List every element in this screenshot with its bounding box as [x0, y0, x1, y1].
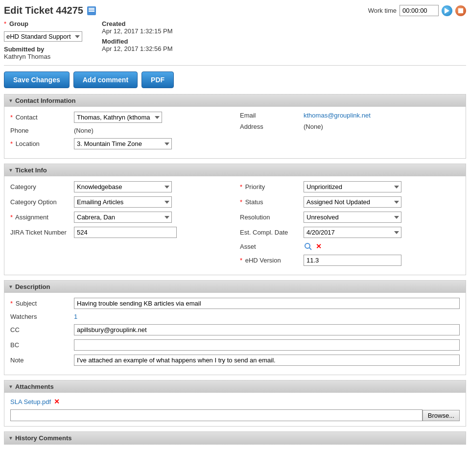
svg-point-2	[305, 243, 310, 248]
group-select-row: eHD Standard Support	[4, 31, 82, 42]
description-section-header[interactable]: Description	[4, 281, 466, 293]
description-section-title: Description	[15, 283, 50, 290]
category-option-label: Category Option	[10, 198, 74, 206]
ehd-version-input[interactable]	[304, 255, 401, 266]
meta-section: * Group eHD Standard Support Submitted b…	[4, 20, 466, 66]
add-comment-button[interactable]: Add comment	[73, 71, 138, 88]
pdf-button[interactable]: PDF	[141, 71, 174, 88]
ticket-info-col-right: * Priority Unprioritized * Status	[230, 181, 460, 270]
created-label: Created	[102, 20, 125, 27]
status-select[interactable]: Assigned Not Updated	[304, 196, 401, 208]
ticket-info-section-header[interactable]: Ticket Info	[4, 164, 466, 176]
magnifier-icon	[304, 242, 312, 250]
status-row: * Status Assigned Not Updated	[240, 196, 460, 208]
priority-label: * Priority	[240, 183, 304, 190]
contact-select[interactable]: Thomas, Kathryn (kthoma	[74, 112, 162, 123]
address-row: Address (None)	[240, 123, 460, 130]
description-section: Description * Subject Watchers 1 CC BC	[4, 280, 466, 375]
watchers-row: Watchers 1	[10, 313, 460, 320]
bc-input[interactable]	[74, 339, 460, 351]
category-select[interactable]: Knowledgebase	[74, 181, 172, 192]
contact-section-body: * Contact Thomas, Kathryn (kthoma Phone …	[4, 107, 466, 158]
attachment-link[interactable]: SLA Setup.pdf	[10, 398, 51, 405]
header-left: Edit Ticket 44275	[4, 5, 96, 16]
header-right: Work time	[368, 5, 466, 16]
group-required-star: *	[4, 20, 6, 27]
bc-label: BC	[10, 341, 74, 349]
submitted-by-value: Kathryn Thomas	[4, 53, 50, 60]
ehd-version-row: * eHD Version	[240, 255, 460, 266]
category-option-select[interactable]: Emailing Articles	[74, 196, 172, 208]
created-value: Apr 12, 2017 1:32:15 PM	[102, 27, 173, 35]
asset-row: Asset ✕	[240, 242, 460, 251]
category-label: Category	[10, 183, 74, 190]
group-label: Group	[9, 20, 28, 27]
work-time-label: Work time	[368, 7, 397, 14]
group-select[interactable]: eHD Standard Support	[4, 31, 82, 42]
meta-right: Created Apr 12, 2017 1:32:15 PM Modified…	[102, 20, 173, 60]
location-select[interactable]: 3. Mountain Time Zone	[74, 138, 172, 149]
email-label: Email	[240, 112, 304, 119]
attachments-section-title: Attachments	[15, 383, 54, 390]
contact-section-header[interactable]: Contact Information	[4, 95, 466, 107]
history-comments-section: History Comments	[4, 431, 466, 445]
modified-label: Modified	[102, 38, 128, 45]
location-row: * Location 3. Mountain Time Zone	[10, 138, 230, 149]
history-section-title: History Comments	[15, 434, 72, 442]
resolution-select[interactable]: Unresolved	[304, 212, 401, 223]
attachments-section-header[interactable]: Attachments	[4, 381, 466, 393]
assignment-row: * Assignment Cabrera, Dan	[10, 212, 230, 223]
play-button[interactable]	[442, 5, 452, 16]
ehd-version-label: * eHD Version	[240, 257, 304, 264]
stop-button[interactable]	[455, 5, 466, 16]
ticket-info-section: Ticket Info Category Knowledgebase Categ…	[4, 164, 466, 275]
cc-input[interactable]	[74, 324, 460, 335]
ticket-info-two-col: Category Knowledgebase Category Option E…	[10, 181, 460, 270]
est-compl-date-label: Est. Compl. Date	[240, 229, 304, 236]
asset-delete-icon[interactable]: ✕	[314, 242, 323, 251]
browse-row: Browse...	[10, 409, 460, 421]
cc-row: CC	[10, 324, 460, 335]
asset-search-icon[interactable]	[304, 242, 312, 251]
contact-form-two-col: * Contact Thomas, Kathryn (kthoma Phone …	[10, 112, 460, 153]
history-section-header[interactable]: History Comments	[4, 432, 466, 444]
svg-marker-0	[445, 8, 449, 14]
asset-label: Asset	[240, 243, 304, 250]
note-input[interactable]	[74, 355, 460, 366]
modified-value: Apr 12, 2017 1:32:56 PM	[102, 45, 173, 52]
attachments-section: Attachments SLA Setup.pdf ✕ Browse...	[4, 380, 466, 427]
contact-information-section: Contact Information * Contact Thomas, Ka…	[4, 94, 466, 159]
created-row: Created Apr 12, 2017 1:32:15 PM	[102, 20, 173, 35]
attachments-section-body: SLA Setup.pdf ✕ Browse...	[4, 393, 466, 426]
ticket-icon	[87, 6, 96, 15]
file-input[interactable]	[10, 409, 423, 421]
work-time-input[interactable]	[400, 5, 439, 16]
address-label: Address	[240, 123, 304, 130]
jira-input[interactable]	[74, 227, 177, 238]
status-label: * Status	[240, 198, 304, 206]
attachment-delete-icon[interactable]: ✕	[54, 398, 60, 405]
subject-input[interactable]	[74, 298, 460, 309]
est-compl-date-select[interactable]: 4/20/2017	[304, 227, 401, 238]
phone-value: (None)	[74, 127, 94, 134]
bc-row: BC	[10, 339, 460, 351]
email-link[interactable]: kthomas@grouplink.net	[304, 112, 371, 119]
watchers-link[interactable]: 1	[74, 313, 77, 320]
priority-select[interactable]: Unprioritized	[304, 181, 401, 192]
contact-section-title: Contact Information	[15, 97, 76, 104]
header-row: Edit Ticket 44275 Work time	[4, 5, 466, 16]
assignment-select[interactable]: Cabrera, Dan	[74, 212, 172, 223]
jira-row: JIRA Ticket Number	[10, 227, 230, 238]
modified-row: Modified Apr 12, 2017 1:32:56 PM	[102, 38, 173, 52]
browse-button[interactable]: Browse...	[423, 410, 460, 421]
location-label: * Location	[10, 140, 74, 147]
priority-row: * Priority Unprioritized	[240, 181, 460, 192]
submitted-by-label: Submitted by	[4, 46, 44, 53]
note-row: Note	[10, 355, 460, 366]
save-changes-button[interactable]: Save Changes	[4, 71, 70, 88]
subject-label: * Subject	[10, 300, 74, 307]
resolution-row: Resolution Unresolved	[240, 212, 460, 223]
svg-line-3	[309, 248, 311, 250]
stop-icon	[458, 8, 463, 13]
page-title: Edit Ticket 44275	[4, 5, 83, 16]
